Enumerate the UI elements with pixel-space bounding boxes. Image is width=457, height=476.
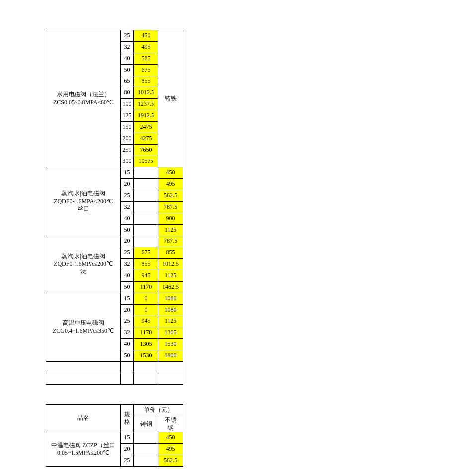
price2-cell: 1462.5 [158,282,183,293]
price1-cell [134,432,158,444]
price2-cell: 1305 [158,327,183,339]
price1-cell: 1170 [134,327,158,339]
price1-cell [134,179,158,190]
header-price: 单价（元） [134,405,183,416]
price2-cell: 1125 [158,316,183,327]
spec-cell: 20 [121,236,134,247]
spec-cell: 250 [121,145,134,156]
spec-cell: 80 [121,87,134,99]
price1-cell: 0 [134,293,158,305]
spec-cell: 32 [121,42,134,53]
price1-cell: 450 [134,30,158,42]
price1-cell: 1237.5 [134,99,158,110]
spec-cell: 25 [121,316,134,327]
spec-cell: 32 [121,327,134,339]
group-name-cell: 蒸汽|水|油电磁阀ZQDF0-1.6MPA≤200℃法 [46,236,121,293]
price2-cell: 562.5 [158,455,183,467]
spec-cell: 65 [121,76,134,87]
price2-cell: 787.5 [158,202,183,213]
spec-cell: 50 [121,65,134,76]
price2-cell: 1080 [158,293,183,305]
price2-cell: 1125 [158,270,183,282]
price1-cell: 495 [134,42,158,53]
price1-cell [134,455,158,467]
price1-cell: 585 [134,53,158,65]
group-name-cell: 蒸汽|水|油电磁阀ZQDF0-1.6MPA≤200℃丝口 [46,167,121,236]
price2-cell: 1125 [158,225,183,236]
price1-cell: 675 [134,65,158,76]
spec-cell: 25 [121,247,134,259]
price2-cell: 787.5 [158,236,183,247]
empty-cell [121,373,134,385]
price1-cell: 855 [134,259,158,270]
spec-cell: 125 [121,110,134,122]
spec-cell: 32 [121,202,134,213]
empty-cell [158,362,183,373]
price1-cell [134,236,158,247]
price1-cell: 675 [134,247,158,259]
spec-cell: 20 [121,444,134,455]
spec-cell: 300 [121,156,134,167]
price2-cell: 495 [158,179,183,190]
price1-cell: 2475 [134,122,158,133]
table-row: 蒸汽|水|油电磁阀ZQDF0-1.6MPA≤200℃法20787.5 [46,236,183,247]
price2-cell: 1012.5 [158,259,183,270]
price1-cell: 945 [134,316,158,327]
price2-cell: 1800 [158,350,183,362]
price1-cell [134,190,158,202]
empty-cell [134,362,158,373]
group-name-cell: 中温电磁阀 ZCZP（丝口0.05~1.6MPA≤200℃ [46,432,121,467]
spec-cell: 40 [121,53,134,65]
group-name-cell: 水用电磁阀（法兰）ZCS0.05~0.8MPA≤60℃ [46,30,121,167]
spec-cell: 25 [121,455,134,467]
price2-cell: 495 [158,444,183,455]
price1-cell: 855 [134,76,158,87]
spec-cell: 50 [121,282,134,293]
empty-cell [134,373,158,385]
price1-cell: 7650 [134,145,158,156]
price1-cell [134,202,158,213]
empty-cell [158,373,183,385]
spec-cell: 15 [121,432,134,444]
price1-cell: 1912.5 [134,110,158,122]
table-row: 蒸汽|水|油电磁阀ZQDF0-1.6MPA≤200℃丝口15450 [46,167,183,179]
empty-row [46,373,183,385]
price2-cell: 900 [158,213,183,225]
header-p2: 不锈钢 [158,416,183,432]
table-row: 高温中压电磁阀ZCG0.4~1.6MPA≤350℃1501080 [46,293,183,305]
price2-cell: 855 [158,247,183,259]
empty-row [46,362,183,373]
spec-cell: 20 [121,179,134,190]
price-table-1: 水用电磁阀（法兰）ZCS0.05~0.8MPA≤60℃25450铸铁324954… [46,30,183,385]
spec-cell: 32 [121,259,134,270]
price1-cell: 1012.5 [134,87,158,99]
group-name-cell: 高温中压电磁阀ZCG0.4~1.6MPA≤350℃ [46,293,121,362]
table2-header-row-1: 品名 规格 单价（元） [46,405,183,416]
price1-cell: 1530 [134,350,158,362]
spec-cell: 40 [121,213,134,225]
price2-cell: 450 [158,167,183,179]
table-row: 中温电磁阀 ZCZP（丝口0.05~1.6MPA≤200℃15450 [46,432,183,444]
price1-cell: 0 [134,305,158,316]
price1-cell: 945 [134,270,158,282]
price2-cell: 562.5 [158,190,183,202]
price1-cell: 1170 [134,282,158,293]
spec-cell: 50 [121,225,134,236]
spec-cell: 150 [121,122,134,133]
price1-cell [134,213,158,225]
header-name: 品名 [46,405,121,432]
price1-cell [134,167,158,179]
price1-cell [134,444,158,455]
spec-cell: 50 [121,350,134,362]
price2-cell: 450 [158,432,183,444]
table-row: 水用电磁阀（法兰）ZCS0.05~0.8MPA≤60℃25450铸铁 [46,30,183,42]
price2-cell: 1080 [158,305,183,316]
price1-cell [134,225,158,236]
price2-cell: 1530 [158,339,183,350]
spec-cell: 100 [121,99,134,110]
empty-cell [46,373,121,385]
material-cell: 铸铁 [158,30,183,167]
price-table-2: 品名 规格 单价（元） 铸钢 不锈钢 中温电磁阀 ZCZP（丝口0.05~1.6… [46,404,183,467]
header-spec: 规格 [121,405,134,432]
spec-cell: 25 [121,30,134,42]
